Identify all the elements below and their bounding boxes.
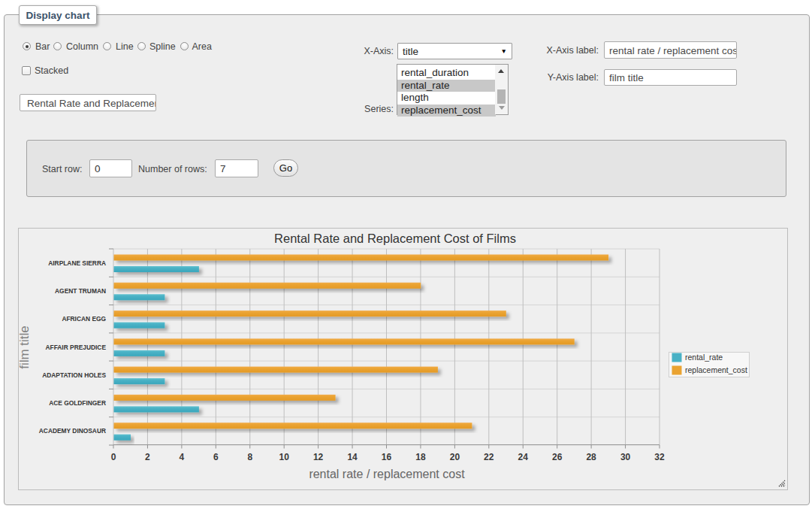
svg-text:24: 24 (518, 452, 529, 462)
svg-text:film title: film title (19, 326, 32, 369)
svg-text:18: 18 (415, 452, 426, 462)
svg-text:AFRICAN EGG: AFRICAN EGG (62, 315, 106, 323)
svg-text:Rental Rate and Replacement Co: Rental Rate and Replacement Cost of Film… (274, 232, 516, 245)
svg-text:0: 0 (111, 452, 116, 462)
svg-text:6: 6 (213, 452, 219, 462)
svg-text:AIRPLANE SIERRA: AIRPLANE SIERRA (48, 259, 106, 267)
svg-text:8: 8 (247, 452, 252, 462)
svg-text:16: 16 (382, 452, 392, 462)
svg-text:AGENT TRUMAN: AGENT TRUMAN (55, 287, 106, 295)
svg-text:20: 20 (450, 452, 460, 462)
svg-text:30: 30 (620, 452, 631, 462)
svg-text:ADAPTATION HOLES: ADAPTATION HOLES (42, 371, 106, 379)
svg-text:replacement_cost: replacement_cost (685, 365, 747, 374)
svg-text:2: 2 (145, 452, 150, 462)
svg-text:4: 4 (180, 452, 185, 462)
svg-text:ACE GOLDFINGER: ACE GOLDFINGER (49, 399, 106, 407)
svg-text:10: 10 (279, 452, 290, 462)
svg-text:28: 28 (586, 452, 596, 462)
svg-text:26: 26 (552, 452, 563, 462)
svg-text:12: 12 (313, 452, 324, 462)
svg-text:AFFAIR PREJUDICE: AFFAIR PREJUDICE (45, 344, 106, 351)
svg-text:rental_rate: rental_rate (685, 353, 723, 362)
svg-text:ACADEMY DINOSAUR: ACADEMY DINOSAUR (39, 427, 106, 435)
svg-text:32: 32 (654, 452, 665, 462)
svg-text:22: 22 (484, 452, 494, 462)
svg-text:14: 14 (347, 452, 358, 462)
svg-text:rental rate / replacement cost: rental rate / replacement cost (309, 468, 465, 480)
